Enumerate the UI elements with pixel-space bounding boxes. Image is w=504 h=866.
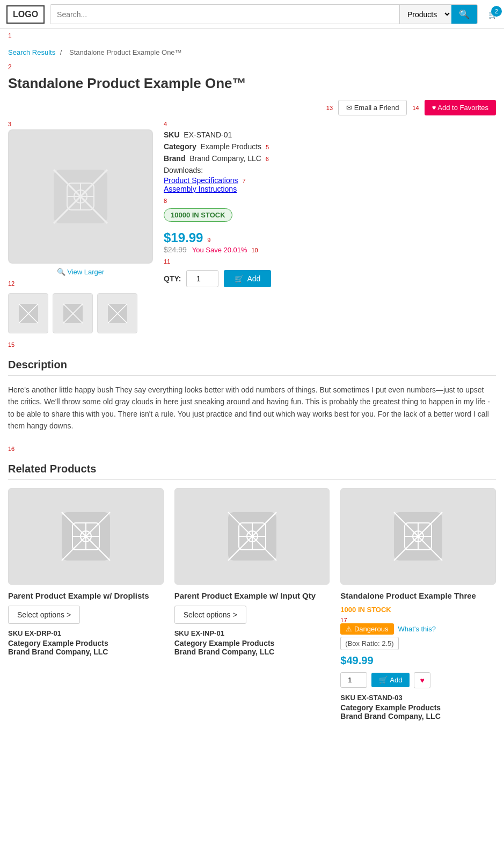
related-products-grid: Parent Product Example w/ Droplists Sele… — [0, 480, 504, 729]
annotation-9: 9 — [207, 237, 210, 243]
related-product-2-brand: Brand Brand Company, LLC — [174, 647, 330, 656]
related-product-2: Parent Product Example w/ Input Qty Sele… — [174, 488, 330, 721]
annotation-16: 16 — [0, 440, 504, 452]
product-details: 4 SKU EX-STAND-01 Category Example Produ… — [164, 121, 496, 333]
sku-value: EX-STAND-01 — [184, 130, 232, 139]
related-product-1-image — [8, 488, 164, 585]
add-to-favorites-button[interactable]: ♥ Add to Favorites — [425, 100, 496, 115]
downloads-section: Downloads: Product Specifications 7 Asse… — [164, 166, 496, 193]
original-price: $24.99 — [164, 245, 187, 254]
product-layout: 3 🔍 View Larger 12 — [0, 121, 504, 333]
product-images: 3 🔍 View Larger 12 — [8, 121, 153, 333]
related-product-1-sku: SKU EX-DRP-01 — [8, 629, 164, 637]
sku-row: SKU EX-STAND-01 — [164, 130, 496, 139]
breadcrumb-search-link[interactable]: Search Results — [8, 48, 55, 56]
related-product-3-fav-btn[interactable]: ♥ — [414, 672, 430, 688]
view-larger[interactable]: 🔍 View Larger — [8, 268, 153, 276]
related-product-2-title: Parent Product Example w/ Input Qty — [174, 591, 330, 600]
related-product-3-price: $49.99 — [340, 654, 496, 667]
download-specs-link[interactable]: Product Specifications — [164, 176, 238, 185]
related-product-1-brand: Brand Brand Company, LLC — [8, 647, 164, 656]
description-title: Description — [0, 348, 504, 375]
breadcrumb-current: Standalone Product Example One™ — [69, 48, 182, 56]
related-product-2-select-btn[interactable]: Select options > — [174, 606, 246, 624]
thumbnail-2[interactable] — [53, 293, 93, 333]
related-product-2-sku: SKU EX-INP-01 — [174, 629, 330, 637]
brand-label: Brand — [164, 154, 185, 163]
view-larger-link[interactable]: 🔍 View Larger — [57, 268, 105, 276]
related-product-3: Standalone Product Example Three 1000 IN… — [340, 488, 496, 721]
annotation-13: 13 — [326, 105, 333, 111]
action-buttons: 13 ✉ Email a Friend 14 ♥ Add to Favorite… — [0, 100, 504, 121]
breadcrumb: Search Results / Standalone Product Exam… — [0, 43, 504, 62]
related-product-1-select-btn[interactable]: Select options > — [8, 606, 80, 624]
search-input[interactable] — [50, 5, 399, 24]
annotation-8: 8 — [164, 198, 496, 204]
related-product-2-image — [174, 488, 330, 585]
cart-count: 2 — [491, 6, 502, 17]
annotation-10: 10 — [252, 247, 258, 253]
stock-badge: 10000 IN STOCK — [164, 208, 232, 222]
related-product-1-title: Parent Product Example w/ Droplists — [8, 591, 164, 600]
downloads-label: Downloads: — [164, 166, 496, 174]
annotation-3: 3 — [8, 121, 153, 127]
email-friend-button[interactable]: ✉ Email a Friend — [338, 100, 407, 115]
box-ratio: (Box Ratio: 2.5) — [340, 637, 398, 650]
related-product-1: Parent Product Example w/ Droplists Sele… — [8, 488, 164, 721]
related-product-2-category: Category Example Products — [174, 639, 330, 647]
dangerous-badge[interactable]: ⚠ Dangerous — [340, 623, 393, 635]
annotation-5b: 5 — [266, 144, 269, 150]
qty-section: QTY: 🛒 Add — [164, 270, 496, 287]
breadcrumb-separator: / — [60, 48, 62, 56]
annotation-15: 15 — [0, 333, 504, 348]
brand-value: Brand Company, LLC — [189, 154, 261, 163]
annotation-12: 12 — [8, 280, 153, 287]
annotation-4: 4 — [164, 121, 496, 127]
price-section: $19.99 9 $24.99 You Save 20.01% 10 — [164, 230, 496, 254]
add-to-cart-button[interactable]: 🛒 Add — [224, 270, 271, 287]
product-title: Standalone Product Example One™ — [0, 72, 504, 100]
related-product-3-add-row: 🛒 Add ♥ — [340, 672, 496, 688]
search-bar: Products 🔍 — [50, 4, 478, 24]
sku-label: SKU — [164, 130, 180, 139]
search-category-select[interactable]: Products — [399, 5, 451, 24]
annotation-14: 14 — [412, 105, 419, 111]
related-product-3-image — [340, 488, 496, 585]
qty-label: QTY: — [164, 274, 181, 283]
main-product-image — [8, 129, 153, 264]
savings-text: You Save 20.01% — [192, 246, 247, 254]
qty-input[interactable] — [186, 270, 218, 287]
dangerous-row: ⚠ Dangerous What's this? — [340, 623, 496, 635]
related-products-title: Related Products — [0, 452, 504, 479]
related-product-3-sku: SKU EX-STAND-03 — [340, 694, 496, 702]
related-product-3-stock: 1000 IN STOCK — [340, 606, 496, 614]
related-product-3-brand: Brand Brand Company, LLC — [340, 712, 496, 721]
page-header: LOGO Products 🔍 🛒 2 — [0, 0, 504, 29]
cart-icon[interactable]: 🛒 2 — [488, 10, 498, 19]
annotation-11: 11 — [164, 258, 496, 265]
annotation-17: 17 — [340, 617, 496, 623]
download-assembly-link[interactable]: Assembly Instructions — [164, 185, 237, 193]
search-button[interactable]: 🔍 — [451, 5, 477, 24]
whats-this-link[interactable]: What's this? — [398, 625, 436, 633]
related-product-1-category: Category Example Products — [8, 639, 164, 647]
category-row: Category Example Products 5 — [164, 142, 496, 151]
thumbnail-1[interactable] — [8, 293, 48, 333]
thumbnail-strip — [8, 293, 153, 333]
category-value: Example Products — [200, 142, 261, 151]
category-label: Category — [164, 142, 196, 151]
logo: LOGO — [6, 5, 45, 24]
annotation-6: 6 — [266, 156, 269, 162]
related-product-3-category: Category Example Products — [340, 703, 496, 712]
annotation-1: 1 — [0, 29, 504, 43]
brand-row: Brand Brand Company, LLC 6 — [164, 154, 496, 163]
related-product-3-title: Standalone Product Example Three — [340, 591, 496, 600]
thumbnail-3[interactable] — [97, 293, 137, 333]
related-product-3-add-btn[interactable]: 🛒 Add — [371, 673, 410, 687]
annotation-2: 2 — [0, 62, 504, 72]
current-price: $19.99 — [164, 230, 203, 245]
description-text: Here's another little happy bush They sa… — [0, 376, 504, 440]
related-product-3-qty[interactable] — [340, 672, 367, 688]
annotation-7: 7 — [242, 178, 245, 184]
